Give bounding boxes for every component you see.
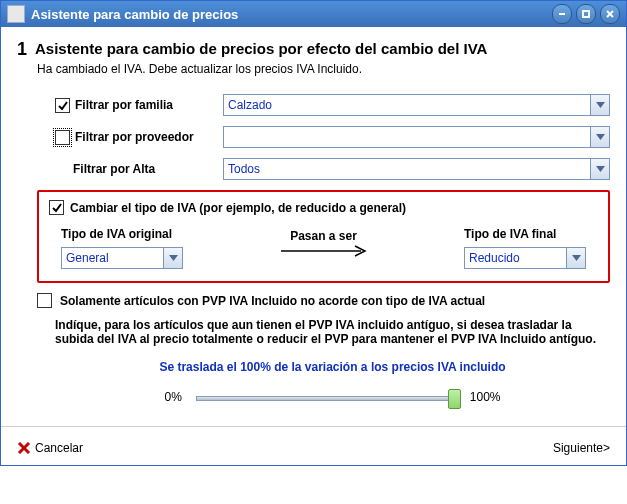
svg-marker-6 xyxy=(596,166,605,172)
iva-original-select[interactable]: General xyxy=(61,247,183,269)
svg-marker-4 xyxy=(596,102,605,108)
iva-final-label: Tipo de IVA final xyxy=(464,227,586,241)
filter-provider-select[interactable] xyxy=(223,126,610,148)
filter-family-label: Filtrar por familia xyxy=(75,98,173,112)
arrow-right-icon xyxy=(279,245,369,257)
filter-provider-label: Filtrar por proveedor xyxy=(75,130,194,144)
only-pvp-checkbox[interactable] xyxy=(37,293,52,308)
chevron-down-icon xyxy=(590,127,609,147)
maximize-button[interactable] xyxy=(576,4,596,24)
app-icon xyxy=(7,5,25,23)
wizard-window: Asistente para cambio de precios 1 Asist… xyxy=(0,0,627,466)
title-bar: Asistente para cambio de precios xyxy=(1,1,626,27)
only-pvp-label: Solamente artículos con PVP IVA Incluido… xyxy=(60,294,485,308)
filter-family-checkbox[interactable] xyxy=(55,98,70,113)
slider-max-label: 100% xyxy=(470,390,501,404)
filter-alta-value: Todos xyxy=(224,162,590,176)
iva-change-label: Cambiar el tipo de IVA (por ejemplo, de … xyxy=(70,201,406,215)
iva-change-section: Cambiar el tipo de IVA (por ejemplo, de … xyxy=(37,190,610,283)
filter-provider-row: Filtrar por proveedor xyxy=(55,126,610,148)
close-button[interactable] xyxy=(600,4,620,24)
chevron-down-icon xyxy=(566,248,585,268)
window-title: Asistente para cambio de precios xyxy=(31,7,238,22)
percentage-slider: 0% 100% xyxy=(55,388,610,406)
filter-alta-row: Filtrar por Alta Todos xyxy=(55,158,610,180)
slider-min-label: 0% xyxy=(164,390,181,404)
chevron-down-icon xyxy=(590,95,609,115)
step-title: Asistente para cambio de precios por efe… xyxy=(35,39,487,59)
slider-caption: Se traslada el 100% de la variación a lo… xyxy=(55,360,610,374)
cancel-label: Cancelar xyxy=(35,441,83,455)
slider-thumb[interactable] xyxy=(448,389,461,409)
filter-family-value: Calzado xyxy=(224,98,590,112)
iva-change-checkbox[interactable] xyxy=(49,200,64,215)
filter-family-row: Filtrar por familia Calzado xyxy=(55,94,610,116)
iva-original-label: Tipo de IVA original xyxy=(61,227,183,241)
step-number: 1 xyxy=(17,39,27,60)
iva-link-text: Pasan a ser xyxy=(290,229,357,243)
iva-original-value: General xyxy=(62,251,163,265)
filter-alta-select[interactable]: Todos xyxy=(223,158,610,180)
iva-final-select[interactable]: Reducido xyxy=(464,247,586,269)
cancel-button[interactable]: Cancelar xyxy=(17,441,83,455)
cancel-icon xyxy=(17,441,31,455)
chevron-down-icon xyxy=(590,159,609,179)
chevron-down-icon xyxy=(163,248,182,268)
step-subtitle: Ha cambiado el IVA. Debe actualizar los … xyxy=(37,62,610,76)
svg-marker-7 xyxy=(169,255,178,261)
explanation-text: Indíque, para los artículos que aun tien… xyxy=(55,318,610,346)
svg-marker-9 xyxy=(572,255,581,261)
next-button[interactable]: Siguiente> xyxy=(553,441,610,455)
next-label: Siguiente> xyxy=(553,441,610,455)
filter-family-select[interactable]: Calzado xyxy=(223,94,610,116)
svg-marker-5 xyxy=(596,134,605,140)
slider-track[interactable] xyxy=(196,388,456,406)
separator xyxy=(1,426,626,427)
minimize-button[interactable] xyxy=(552,4,572,24)
iva-final-value: Reducido xyxy=(465,251,566,265)
svg-rect-1 xyxy=(583,11,589,17)
filter-provider-checkbox[interactable] xyxy=(55,130,70,145)
filter-alta-label: Filtrar por Alta xyxy=(73,162,155,176)
